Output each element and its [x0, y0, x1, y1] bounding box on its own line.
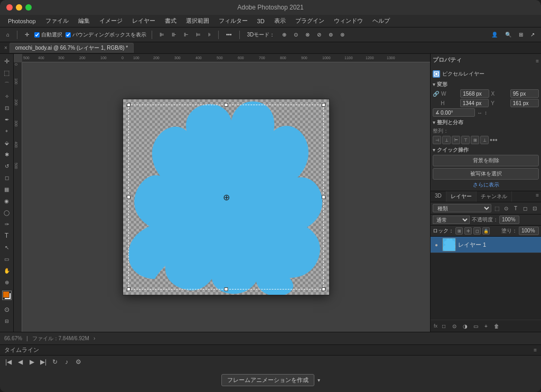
menu-file[interactable]: ファイル [42, 16, 72, 26]
align-btn3[interactable]: ⊩ [182, 31, 191, 39]
loop-btn[interactable]: ↻ [51, 358, 59, 366]
maximize-button[interactable] [25, 4, 32, 11]
blend-mode-select[interactable]: 通常 [433, 216, 470, 224]
align-btn4[interactable]: ⊨ [194, 31, 203, 39]
eraser-tool[interactable]: ◻ [2, 172, 12, 183]
heal-tool[interactable]: ⌖ [2, 126, 12, 136]
layer-item[interactable]: ● レイヤー 1 [431, 237, 541, 253]
3d-btn6[interactable]: ⊛ [338, 31, 347, 39]
arrange-btn[interactable]: ⊞ [517, 31, 525, 39]
layers-menu[interactable]: ≡ [534, 191, 541, 202]
color-picker[interactable] [2, 291, 12, 300]
align-bottom[interactable]: ⊥ [480, 136, 489, 144]
handle-mr[interactable] [322, 195, 325, 199]
menu-filter[interactable]: フィルター [215, 16, 251, 26]
select-subject-btn[interactable]: 被写体を選択 [433, 168, 539, 180]
kind-select[interactable]: 種類 [433, 204, 491, 212]
lock-all[interactable]: 🔒 [482, 227, 490, 235]
auto-select-check[interactable]: 自動選択 [34, 31, 62, 39]
y-field[interactable]: 161 px [510, 99, 539, 107]
move-tool-btn[interactable]: ✛ [23, 31, 31, 39]
close-button[interactable] [6, 4, 13, 11]
handle-tl[interactable] [127, 103, 130, 107]
more-link[interactable]: さらに表示 [433, 181, 539, 189]
3d-btn3[interactable]: ⊗ [303, 31, 312, 39]
adjustment-icon[interactable]: ⊙ [502, 204, 510, 212]
opacity-value[interactable]: 100% [499, 216, 519, 224]
align-left[interactable]: ⊣ [433, 136, 441, 144]
lock-position[interactable]: ✛ [464, 227, 472, 235]
settings-btn[interactable]: ⚙ [74, 358, 82, 366]
align-btn1[interactable]: ⊫ [157, 31, 166, 39]
minimize-button[interactable] [16, 4, 22, 11]
go-start-btn[interactable]: |◀ [4, 358, 13, 366]
align-btn2[interactable]: ⊪ [170, 31, 179, 39]
create-animation-btn[interactable]: フレームアニメーションを作成 [221, 374, 314, 386]
layer-visibility[interactable]: ● [433, 241, 440, 248]
next-frame-btn[interactable]: ▶| [39, 358, 48, 366]
auto-select-input[interactable] [34, 32, 40, 38]
user-btn[interactable]: 👤 [489, 31, 500, 39]
document-tab[interactable]: omochi_body.ai @ 66.7% (レイヤー 1, RGB/8) * [10, 43, 134, 53]
dodge-tool[interactable]: ◯ [2, 207, 12, 218]
foreground-color[interactable] [3, 291, 10, 298]
pixel-icon[interactable]: ⬚ [492, 204, 501, 212]
move-tool[interactable]: ✛ [2, 56, 12, 67]
prev-frame-btn[interactable]: ◀ [16, 358, 24, 366]
gradient-tool[interactable]: ▦ [2, 184, 12, 194]
align-top[interactable]: ⊤ [461, 136, 470, 144]
tab-layers[interactable]: レイヤー [446, 191, 477, 202]
flip-v-btn[interactable]: ↕ [484, 110, 487, 116]
pen-tool[interactable]: ✑ [2, 219, 12, 229]
smart-object-icon[interactable]: ⊡ [530, 204, 539, 212]
new-layer-btn[interactable]: + [482, 322, 490, 330]
shape-tool[interactable]: ▭ [2, 254, 12, 264]
tab-3d[interactable]: 3D [431, 191, 446, 202]
history-tool[interactable]: ↺ [2, 161, 12, 171]
lasso-tool[interactable]: ⌒ [2, 79, 12, 90]
3d-btn4[interactable]: ⊘ [315, 31, 323, 39]
align-center-h[interactable]: ⊥ [442, 136, 451, 144]
audio-btn[interactable]: ♪ [62, 358, 71, 366]
align-right[interactable]: ⊢ [452, 136, 460, 144]
text-icon[interactable]: T [511, 204, 520, 212]
height-field[interactable]: 1344 px [460, 99, 489, 107]
menu-layer[interactable]: レイヤー [128, 16, 159, 26]
menu-window[interactable]: ウィンドウ [330, 16, 367, 26]
quick-mask-btn[interactable]: ⊙ [2, 304, 12, 315]
handle-bc[interactable] [225, 287, 228, 291]
fill-value[interactable]: 100% [519, 227, 539, 235]
add-mask-btn[interactable]: ⊙ [450, 322, 459, 330]
3d-btn2[interactable]: ⊙ [292, 31, 300, 39]
share-btn[interactable]: ↗ [528, 31, 537, 39]
status-arrow[interactable]: › [94, 335, 95, 341]
handle-tr[interactable] [322, 103, 325, 107]
screen-mode-btn[interactable]: ⊟ [2, 316, 12, 326]
timeline-menu[interactable]: ≡ [534, 347, 537, 353]
canvas[interactable]: ⊕ [123, 99, 329, 295]
search-btn[interactable]: 🔍 [503, 31, 514, 39]
align-btn5[interactable]: ⊧ [206, 31, 213, 39]
menu-view[interactable]: 表示 [270, 16, 290, 26]
tab-channels[interactable]: チャンネル [477, 191, 512, 202]
align-center-v[interactable]: ⊞ [471, 136, 479, 144]
3d-btn5[interactable]: ⊚ [327, 31, 335, 39]
properties-menu[interactable]: ≡ [536, 58, 539, 64]
handle-tc[interactable] [225, 103, 228, 107]
3d-btn1[interactable]: ⊕ [280, 31, 288, 39]
width-field[interactable]: 1568 px [460, 89, 489, 98]
zoom-tool[interactable]: ⊕ [2, 277, 12, 287]
more-btn[interactable]: ••• [224, 31, 234, 39]
menu-edit[interactable]: 編集 [74, 16, 94, 26]
bounding-box-input[interactable] [66, 32, 71, 38]
x-field[interactable]: 95 px [510, 89, 539, 98]
remove-bg-btn[interactable]: 背景を削除 [433, 155, 539, 166]
lock-pixels[interactable]: ⊞ [455, 227, 463, 235]
add-adjustment-btn[interactable]: ◑ [461, 322, 469, 330]
menu-photoshop[interactable]: Photoshop [4, 17, 40, 25]
path-tool[interactable]: ↖ [2, 242, 12, 253]
angle-field[interactable]: ∡ 0.00° [433, 108, 475, 117]
stamp-tool[interactable]: ✱ [2, 149, 12, 160]
hand-tool[interactable]: ✋ [2, 265, 12, 276]
handle-bl[interactable] [127, 287, 130, 291]
